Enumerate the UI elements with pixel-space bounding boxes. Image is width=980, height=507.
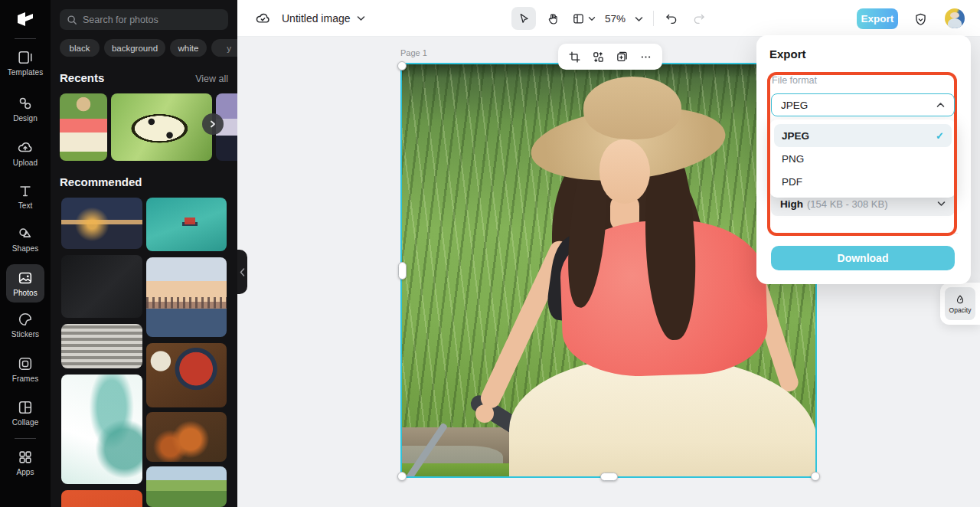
sidebar-item-design[interactable]: Design	[0, 95, 51, 123]
thumb-city-night[interactable]	[61, 198, 142, 249]
zoom-level[interactable]: 57%	[605, 13, 626, 25]
dropdown-option-png[interactable]: PNG	[774, 147, 952, 170]
canvas-image[interactable]	[402, 64, 815, 476]
thumb-city-sunset[interactable]	[146, 257, 227, 337]
stickers-icon	[17, 311, 34, 328]
recent-thumb-girl[interactable]	[60, 93, 107, 161]
select-tool-button[interactable]	[511, 7, 536, 30]
view-all-link[interactable]: View all	[195, 74, 228, 84]
hand-tool-button[interactable]	[541, 7, 564, 30]
rail-divider	[15, 38, 36, 39]
download-button[interactable]: Download	[771, 246, 955, 270]
recommended-title: Recommended	[60, 175, 142, 188]
sidebar-item-label: Shapes	[12, 244, 39, 253]
tag-label: background	[112, 44, 158, 53]
file-format-select[interactable]: JPEG	[771, 93, 955, 116]
search-input[interactable]	[83, 15, 221, 25]
check-icon: ✓	[936, 130, 944, 142]
layout-tool-button[interactable]	[567, 7, 600, 30]
search-bar[interactable]	[60, 9, 228, 30]
cloud-save-icon[interactable]	[255, 11, 271, 27]
tag-black[interactable]: black	[60, 39, 100, 57]
thumb-sea-boat[interactable]	[146, 198, 227, 251]
duplicate-button[interactable]	[612, 47, 632, 67]
upload-icon	[17, 139, 34, 156]
top-toolbar: Untitled image 57% Export	[237, 0, 980, 37]
app-rail: Templates Design Upload Text Shapes Phot…	[0, 0, 51, 507]
export-button-label: Export	[861, 13, 894, 25]
export-button[interactable]: Export	[857, 8, 898, 29]
opacity-button-label: Opacity	[949, 306, 972, 314]
dropdown-option-pdf[interactable]: PDF	[774, 170, 952, 193]
collage-icon	[17, 399, 34, 416]
tag-label: white	[178, 44, 199, 53]
thumb-dark-texture[interactable]	[61, 255, 142, 318]
option-label: JPEG	[782, 130, 809, 142]
side-tools-tab: Opacity	[940, 283, 980, 325]
title-chevron-down-icon[interactable]	[357, 15, 365, 21]
option-label: PNG	[782, 153, 804, 165]
sidebar-item-text[interactable]: Text	[0, 182, 51, 210]
sidebar-item-apps[interactable]: Apps	[0, 449, 51, 476]
templates-icon	[17, 49, 34, 66]
download-button-label: Download	[838, 252, 889, 264]
sidebar-item-upload[interactable]: Upload	[0, 139, 51, 167]
text-icon	[17, 182, 34, 199]
tag-background[interactable]: background	[104, 39, 165, 57]
sidebar-item-label: Upload	[13, 159, 38, 167]
sidebar-item-frames[interactable]: Frames	[0, 355, 51, 383]
photos-icon	[17, 270, 34, 286]
document-title[interactable]: Untitled image	[282, 12, 351, 25]
sidebar-item-photos[interactable]: Photos	[0, 270, 51, 297]
search-icon	[67, 15, 77, 25]
avatar[interactable]	[945, 8, 965, 28]
selection-handle-bottom-center[interactable]	[600, 473, 618, 481]
crop-button[interactable]	[565, 47, 585, 67]
apps-icon	[17, 449, 34, 466]
thumb-food-fried[interactable]	[146, 412, 227, 462]
thumb-teal-waves[interactable]	[61, 375, 142, 484]
file-format-value: JPEG	[781, 100, 936, 111]
recent-thumb-butterfly[interactable]	[111, 93, 212, 161]
thumb-orange[interactable]	[61, 490, 142, 507]
replace-button[interactable]	[589, 47, 609, 67]
redo-button[interactable]	[688, 7, 710, 30]
file-format-dropdown: JPEG ✓ PNG PDF	[769, 119, 956, 198]
capcut-logo[interactable]	[15, 9, 35, 29]
chevron-up-icon	[936, 102, 945, 108]
sidebar-item-label: Photos	[13, 289, 38, 297]
export-panel: Export File format JPEG High (154 KB - 3…	[756, 35, 971, 284]
sidebar-item-templates[interactable]: Templates	[0, 49, 51, 77]
selection-handle-mid-left[interactable]	[398, 262, 407, 280]
thumb-stone-carvings[interactable]	[61, 324, 142, 368]
photos-library-panel: black background white y Recents View al…	[51, 0, 237, 507]
panel-collapse-tab[interactable]	[237, 250, 247, 294]
shield-icon[interactable]	[910, 9, 930, 29]
more-options-button[interactable]	[636, 47, 656, 67]
thumb-landscape[interactable]	[146, 466, 227, 507]
sidebar-item-shapes[interactable]: Shapes	[0, 225, 51, 253]
sidebar-item-collage[interactable]: Collage	[0, 399, 51, 427]
thumb-food-soup[interactable]	[146, 343, 227, 407]
sidebar-item-label: Stickers	[11, 330, 39, 339]
sidebar-item-stickers[interactable]: Stickers	[0, 311, 51, 339]
undo-button[interactable]	[660, 7, 683, 30]
selection-handle-bottom-right[interactable]	[811, 472, 820, 481]
selection-handle-bottom-left[interactable]	[397, 472, 407, 481]
photo-hat-crown	[583, 77, 681, 139]
page-label: Page 1	[400, 48, 427, 57]
photo-face	[599, 139, 650, 204]
tag-label: black	[70, 44, 90, 53]
dropdown-option-jpeg[interactable]: JPEG ✓	[774, 124, 952, 147]
design-icon	[17, 95, 34, 112]
tag-white[interactable]: white	[170, 39, 207, 57]
option-label: PDF	[782, 176, 802, 188]
selection-handle-top-left[interactable]	[397, 61, 407, 70]
sidebar-item-label: Frames	[12, 375, 39, 383]
zoom-chevron-down-icon[interactable]	[635, 16, 643, 22]
recents-next-button[interactable]	[202, 113, 224, 135]
tag-partial[interactable]: y	[211, 39, 237, 57]
frames-icon	[17, 355, 34, 372]
image-context-toolbar	[558, 44, 662, 70]
opacity-button[interactable]: Opacity	[945, 287, 975, 320]
